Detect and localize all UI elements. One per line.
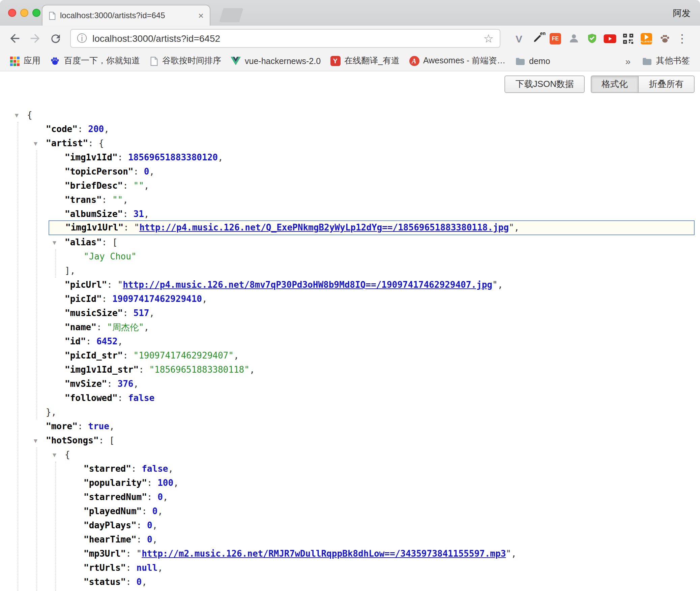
- tab-close-icon[interactable]: ×: [198, 11, 204, 20]
- ext-translate-icon[interactable]: en: [531, 32, 544, 45]
- json-token: ,: [149, 308, 154, 318]
- bookmark-apps[interactable]: 应用: [5, 53, 45, 69]
- json-token: {: [27, 110, 32, 120]
- json-token: "rtUrls": [84, 563, 126, 573]
- json-token: ,: [234, 350, 239, 361]
- json-token: :: [107, 379, 117, 389]
- collapse-toggle-icon[interactable]: ▼: [34, 434, 37, 448]
- json-token: ,: [144, 209, 149, 219]
- back-button[interactable]: [7, 30, 23, 46]
- ext-youtube-icon[interactable]: [604, 32, 616, 45]
- json-line: "musicSize": 517,: [0, 306, 700, 320]
- ext-fe-icon[interactable]: FE: [549, 32, 562, 45]
- address-bar[interactable]: ⓘ localhost:3000/artists?id=6452 ☆: [70, 29, 500, 48]
- bookmark-youdao[interactable]: Y 在线翻译_有道: [325, 53, 404, 69]
- json-token: 0: [137, 577, 142, 587]
- json-token: [: [109, 435, 115, 445]
- page-info-icon[interactable]: ⓘ: [77, 32, 87, 45]
- json-token: :: [123, 222, 134, 232]
- json-line: "picId": 19097417462929410,: [0, 292, 700, 306]
- json-url-link[interactable]: http://p4.music.126.net/Q_ExePNkmgB2yWyL…: [139, 222, 509, 232]
- json-line: "starredNum": 0,: [0, 490, 700, 504]
- json-line: "albumSize": 31,: [0, 207, 700, 221]
- json-line: ▼"artist": {: [0, 136, 700, 150]
- bookmark-google-sort[interactable]: 谷歌按时间排序: [145, 53, 226, 69]
- json-line: "mvSize": 376,: [0, 377, 700, 391]
- json-token: "19097417462929407": [134, 350, 234, 361]
- json-token: "starred": [84, 464, 131, 474]
- json-line: "code": 200,: [0, 122, 700, 136]
- json-token: "popularity": [84, 478, 147, 488]
- json-line: "more": true,: [0, 419, 700, 433]
- json-token: :: [88, 138, 98, 148]
- awesomes-icon: A: [409, 56, 419, 66]
- ext-paw-icon[interactable]: [658, 32, 671, 45]
- bookmark-vue-hackernews[interactable]: vue-hackernews-2.0: [226, 54, 325, 68]
- collapse-toggle-icon[interactable]: ▼: [34, 137, 37, 151]
- extensions-area: V en FE PLAYER ⋮: [507, 31, 688, 45]
- collapse-toggle-icon[interactable]: ▼: [15, 108, 19, 123]
- ext-player-icon[interactable]: PLAYER: [640, 32, 653, 45]
- bookmark-other-folder[interactable]: 其他书签: [637, 53, 695, 69]
- json-token: :: [123, 350, 133, 361]
- minimize-window-button[interactable]: [20, 9, 28, 17]
- json-token: :: [118, 152, 128, 162]
- ext-qrcode-icon[interactable]: [622, 32, 635, 45]
- json-token: :: [131, 464, 142, 474]
- json-token: 31: [134, 209, 144, 219]
- json-token: 0: [152, 506, 158, 516]
- json-token: "status": [84, 577, 126, 587]
- json-token: 19097417462929410: [112, 294, 202, 304]
- json-token: "picId": [65, 294, 102, 304]
- profile-name[interactable]: 阿发: [673, 7, 691, 20]
- browser-menu-icon[interactable]: ⋮: [676, 31, 688, 45]
- json-token: "starredNum": [84, 492, 147, 502]
- collapse-toggle-icon[interactable]: ▼: [53, 448, 56, 462]
- format-button[interactable]: 格式化: [591, 75, 638, 93]
- browser-tab[interactable]: localhost:3000/artists?id=645 ×: [42, 5, 210, 26]
- collapse-toggle-icon[interactable]: ▼: [53, 236, 56, 250]
- json-token: :: [126, 577, 136, 587]
- ext-vimium-icon[interactable]: V: [513, 32, 525, 45]
- json-line: ▼{: [0, 108, 700, 122]
- json-actions: 下载JSON数据 格式化 折叠所有: [505, 75, 695, 93]
- bookmark-baidu[interactable]: 百度一下，你就知道: [45, 53, 145, 69]
- json-url-link[interactable]: http://p4.music.126.net/8mv7qP30Pd3oHW8b…: [123, 280, 492, 290]
- ext-shield-icon[interactable]: [585, 32, 598, 45]
- json-line: "topicPerson": 0,: [0, 164, 700, 179]
- json-line: "dayPlays": 0,: [0, 518, 700, 532]
- close-window-button[interactable]: [8, 9, 16, 17]
- json-token: ,: [173, 478, 179, 488]
- new-tab-button[interactable]: [219, 8, 243, 22]
- json-token: "code": [46, 124, 78, 134]
- url-text[interactable]: localhost:3000/artists?id=6452: [92, 33, 479, 44]
- ext-profile-icon[interactable]: [567, 32, 580, 45]
- json-token: {: [99, 138, 104, 148]
- bookmarks-overflow-icon[interactable]: »: [618, 56, 637, 66]
- json-line: "name": "周杰伦",: [0, 320, 700, 334]
- json-url-link[interactable]: http://m2.music.126.net/RMJR7wDullRqppBk…: [142, 549, 506, 559]
- zoom-window-button[interactable]: [32, 9, 40, 17]
- json-token: "dayPlays": [84, 520, 137, 530]
- json-token: "img1v1Id": [65, 152, 118, 162]
- json-token: :: [139, 365, 149, 375]
- collapse-all-button[interactable]: 折叠所有: [638, 75, 695, 93]
- json-token: "hotSongs": [46, 435, 99, 445]
- json-token: ,: [142, 577, 147, 587]
- json-token: :: [137, 534, 147, 545]
- json-token: "mp3Url": [84, 549, 126, 559]
- json-token: ,: [163, 492, 168, 502]
- bookmark-awesomes[interactable]: A Awesomes - 前端资…: [404, 53, 510, 69]
- reload-button[interactable]: [47, 30, 63, 46]
- json-token: true: [88, 421, 109, 431]
- json-token: :: [102, 237, 112, 247]
- forward-button[interactable]: [27, 30, 43, 46]
- download-json-button[interactable]: 下载JSON数据: [505, 75, 585, 93]
- bookmark-star-icon[interactable]: ☆: [484, 31, 494, 45]
- bookmark-demo-folder[interactable]: demo: [510, 54, 555, 68]
- json-line: "rtUrls": null,: [0, 561, 700, 575]
- json-token: :: [118, 393, 128, 403]
- json-line-highlighted: "img1v1Url": "http://p4.music.126.net/Q_…: [49, 220, 695, 235]
- json-line: "copyFrom": "",: [0, 589, 700, 591]
- json-token: 0: [157, 492, 163, 502]
